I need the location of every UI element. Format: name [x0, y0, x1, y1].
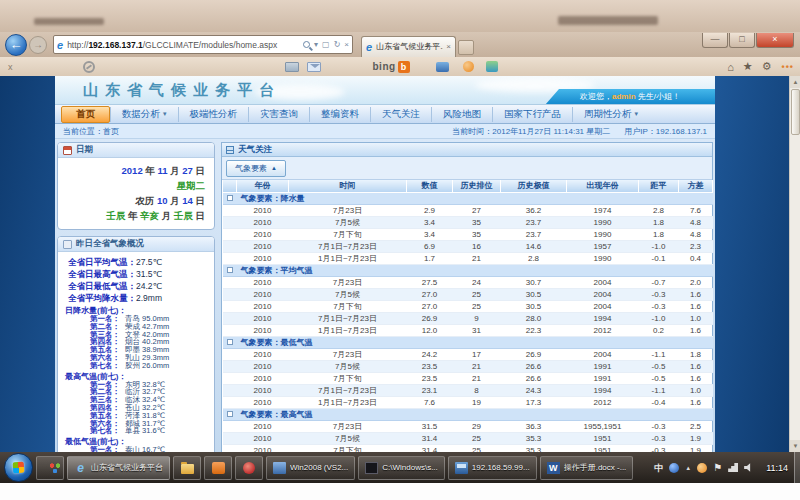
- wallet-icon[interactable]: [436, 62, 449, 72]
- column-header[interactable]: 距平: [639, 180, 679, 192]
- scroll-up-icon[interactable]: ▲: [790, 76, 800, 88]
- browser-tab[interactable]: e 山东省气候业务平... ×: [361, 36, 456, 57]
- table-row[interactable]: 20107月1日~7月23日26.9928.01994-1.01.0: [223, 312, 713, 324]
- taskbar-button-app-orange[interactable]: [204, 456, 232, 480]
- home-icon[interactable]: ⌂: [727, 61, 734, 73]
- addon-bar-close-icon[interactable]: x: [8, 62, 13, 72]
- network-icon[interactable]: [728, 463, 738, 472]
- nav-item-5[interactable]: 整编资料: [309, 107, 370, 122]
- paw-icon[interactable]: [463, 61, 474, 72]
- table-row[interactable]: 20107月5候31.42535.31951-0.31.9: [223, 432, 713, 444]
- address-bar[interactable]: e http://192.168.137.1/GLCCLIMATE/module…: [53, 35, 353, 54]
- column-header[interactable]: 时间: [289, 180, 407, 192]
- table-row[interactable]: 20107月1日~7月23日6.91614.61957-1.02.3: [223, 240, 713, 252]
- nav-item-9[interactable]: 周期性分析▾: [572, 107, 649, 122]
- caret-icon[interactable]: ▲: [685, 463, 691, 473]
- page-scrollbar[interactable]: ▲ ▼: [789, 76, 800, 452]
- table-row[interactable]: 20101月1日~7月23日7.61917.32012-0.41.6: [223, 396, 713, 408]
- expand-checkbox-icon[interactable]: [227, 339, 233, 345]
- table-row[interactable]: 20107月5候27.02530.52004-0.31.6: [223, 288, 713, 300]
- paw-icon[interactable]: [697, 463, 707, 473]
- column-header[interactable]: 年份: [237, 180, 289, 192]
- scrollbar-thumb[interactable]: [791, 89, 800, 135]
- column-header[interactable]: 数值: [407, 180, 453, 192]
- speaker-icon[interactable]: [744, 463, 754, 473]
- nav-item-2[interactable]: 数据分析▾: [110, 107, 178, 122]
- more-options-dots-icon[interactable]: •••: [782, 62, 794, 72]
- page-viewport: 山东省气候业务平台 欢迎您，admin 先生/小姐！ 首页数据分析▾极端性分析灾…: [0, 76, 789, 452]
- scroll-down-icon[interactable]: ▼: [790, 440, 800, 452]
- search-icon[interactable]: [303, 41, 310, 48]
- table-row[interactable]: 20107月23日27.52430.72004-0.72.0: [223, 276, 713, 288]
- table-cell: 7月5候: [289, 216, 407, 228]
- column-header[interactable]: 出现年份: [567, 180, 639, 192]
- ime-icon[interactable]: 中: [654, 463, 663, 473]
- nav-item-3[interactable]: 极端性分析: [178, 107, 249, 122]
- table-row[interactable]: 20107月5候3.43523.719901.84.8: [223, 216, 713, 228]
- people-icon[interactable]: [486, 61, 498, 72]
- taskbar-button-media[interactable]: [235, 456, 263, 480]
- group-header-row[interactable]: 气象要素：降水量: [223, 192, 713, 204]
- nav-item-8[interactable]: 国家下行产品: [492, 107, 572, 122]
- table-cell: 27.5: [407, 276, 453, 288]
- url-text[interactable]: http://192.168.137.1/GLCCLIMATE/modules/…: [67, 40, 299, 50]
- back-button[interactable]: ←: [5, 34, 27, 56]
- summary-stat: 全省日平均气温：27.5℃: [58, 256, 214, 268]
- table-row[interactable]: 20107月下旬23.52126.61991-0.51.6: [223, 372, 713, 384]
- nav-item-1[interactable]: 首页: [61, 106, 110, 123]
- taskbar-button-rdp[interactable]: 192.168.59.99...: [448, 456, 537, 480]
- sphere-icon[interactable]: [669, 463, 679, 473]
- group-header-row[interactable]: 气象要素：最高气温: [223, 408, 713, 420]
- nav-item-6[interactable]: 天气关注: [370, 107, 431, 122]
- compatibility-view-icon[interactable]: ▢: [322, 40, 330, 49]
- expand-checkbox-icon[interactable]: [227, 195, 233, 201]
- table-row[interactable]: 20107月下旬3.43523.719901.84.8: [223, 228, 713, 240]
- nav-item-7[interactable]: 风险地图: [431, 107, 492, 122]
- show-desktop-button[interactable]: [794, 452, 800, 483]
- taskbar-button-cmd[interactable]: C:\Windows\s...: [358, 456, 445, 480]
- group-header-row[interactable]: 气象要素：最低气温: [223, 336, 713, 348]
- nav-item-4[interactable]: 灾害查询: [248, 107, 309, 122]
- table-row[interactable]: 20107月23日24.21726.92004-1.11.8: [223, 348, 713, 360]
- taskbar-button-folder[interactable]: [173, 456, 201, 480]
- table-row[interactable]: 20107月下旬27.02530.52004-0.31.6: [223, 300, 713, 312]
- column-header[interactable]: 历史排位: [453, 180, 501, 192]
- table-row[interactable]: 20107月1日~7月23日23.1824.31994-1.11.0: [223, 384, 713, 396]
- settings-gear-icon[interactable]: ⚙: [762, 60, 772, 73]
- cards-icon[interactable]: [285, 62, 299, 72]
- table-row[interactable]: 20107月下旬31.42535.31951-0.31.9: [223, 444, 713, 452]
- close-button[interactable]: ×: [756, 33, 794, 48]
- favorites-star-icon[interactable]: ★: [743, 60, 753, 73]
- stop-icon[interactable]: ×: [344, 40, 349, 49]
- table-row[interactable]: 20107月23日31.52936.31955,1951-0.32.5: [223, 420, 713, 432]
- search-caret-icon[interactable]: ▾: [314, 40, 318, 49]
- toolbar-circle-icon[interactable]: [83, 61, 95, 73]
- table-row[interactable]: 20107月5候23.52126.61991-0.51.6: [223, 360, 713, 372]
- expand-checkbox-icon[interactable]: [227, 411, 233, 417]
- calendar-text: 月: [168, 165, 183, 176]
- table-cell: 31.5: [407, 420, 453, 432]
- taskbar-clock[interactable]: 11:14: [766, 463, 788, 473]
- flag-icon[interactable]: ⚑: [713, 463, 722, 473]
- table-row[interactable]: 20101月1日~7月23日12.03122.320120.21.6: [223, 324, 713, 336]
- refresh-icon[interactable]: ↻: [334, 40, 341, 49]
- mail-icon[interactable]: [307, 62, 321, 72]
- tab-close-icon[interactable]: ×: [446, 42, 451, 51]
- taskbar-button-win[interactable]: Win2008 (VS2...: [266, 456, 355, 480]
- maximize-button[interactable]: □: [729, 33, 755, 48]
- group-header-row[interactable]: 气象要素：平均气温: [223, 264, 713, 276]
- table-row[interactable]: 20107月23日2.92736.219742.87.6: [223, 204, 713, 216]
- new-tab-button[interactable]: [458, 40, 474, 55]
- column-header[interactable]: 历史极值: [501, 180, 567, 192]
- taskbar-button-word[interactable]: W操作手册.docx -...: [540, 456, 634, 480]
- taskbar-button-ie[interactable]: e山东省气候业务平台: [67, 456, 170, 480]
- bing-logo[interactable]: bing b: [373, 61, 410, 73]
- minimize-button[interactable]: —: [702, 33, 728, 48]
- element-filter-button[interactable]: 气象要素 ▲: [226, 160, 286, 177]
- column-header[interactable]: 方差: [679, 180, 713, 192]
- start-button[interactable]: [4, 453, 33, 482]
- expand-checkbox-icon[interactable]: [227, 267, 233, 273]
- forward-button[interactable]: →: [29, 36, 47, 54]
- table-row[interactable]: 20101月1日~7月23日1.7212.81990-0.10.4: [223, 252, 713, 264]
- taskbar-button-dots[interactable]: [36, 456, 64, 480]
